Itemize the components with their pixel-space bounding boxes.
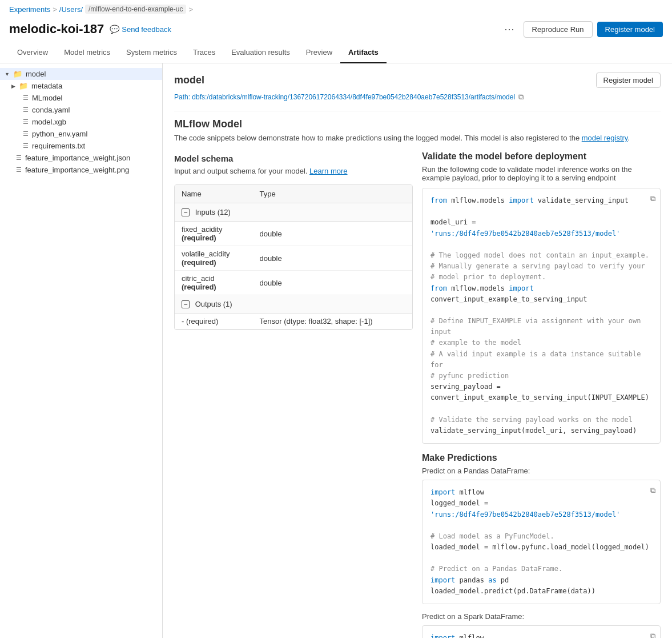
sidebar: ▼ 📁 model ▶ 📁 metadata ☰ MLmodel ☰ conda… [0, 63, 163, 638]
breadcrumb-experiments[interactable]: Experiments [9, 5, 50, 14]
collapse-inputs-icon[interactable]: − [182, 208, 190, 216]
schema-table: Name Type − Inputs (12) [175, 185, 412, 329]
more-options-button[interactable]: ⋯ [500, 21, 519, 38]
chevron-right-icon: ▶ [11, 83, 15, 89]
learn-more-link[interactable]: Learn more [309, 167, 347, 175]
sidebar-item-metadata[interactable]: ▶ 📁 metadata [0, 80, 162, 92]
predict-pandas-desc: Predict on a Pandas DataFrame: [422, 467, 661, 475]
main-layout: ▼ 📁 model ▶ 📁 metadata ☰ MLmodel ☰ conda… [0, 63, 672, 638]
table-row: citric_acid(required) double [175, 271, 412, 295]
sidebar-item-feature-json[interactable]: ☰ feature_importance_weight.json [0, 152, 162, 164]
tab-artifacts[interactable]: Artifacts [340, 42, 387, 63]
breadcrumb-sep1: > [53, 5, 57, 14]
file-icon: ☰ [23, 94, 29, 102]
table-row: volatile_acidity(required) double [175, 246, 412, 271]
sidebar-item-label-metadata: metadata [31, 82, 62, 90]
sidebar-item-label-feature-png: feature_importance_weight.png [25, 166, 129, 174]
sidebar-item-feature-png[interactable]: ☰ feature_importance_weight.png [0, 164, 162, 176]
mlflow-model-title: MLflow Model [174, 118, 661, 130]
schema-table-box: Name Type − Inputs (12) [174, 184, 413, 330]
model-schema-desc: Input and output schema for your model. … [174, 167, 413, 175]
outputs-section-label: − Outputs (1) [175, 295, 412, 314]
tab-preview[interactable]: Preview [298, 42, 340, 63]
table-row: fixed_acidity(required) double [175, 222, 412, 246]
field-name-citric-acid: citric_acid(required) [175, 271, 253, 295]
predict-spark-code-block: ⧉ import mlflow from pyspark.sql.functio… [422, 625, 661, 638]
copy-path-icon[interactable]: ⧉ [518, 93, 524, 102]
output-field-name: - (required) [175, 314, 253, 329]
inputs-section-row: − Inputs (12) [175, 203, 412, 222]
sidebar-item-model-xgb[interactable]: ☰ model.xgb [0, 116, 162, 128]
breadcrumb: Experiments > /Users/ /mlflow-end-to-end… [0, 0, 672, 18]
file-icon: ☰ [23, 118, 29, 126]
sidebar-item-label-conda: conda.yaml [32, 106, 70, 114]
model-section-header: model Register model [174, 73, 661, 88]
sidebar-item-mlmodel[interactable]: ☰ MLmodel [0, 92, 162, 104]
tab-model-metrics[interactable]: Model metrics [56, 42, 118, 63]
sidebar-item-label-mlmodel: MLmodel [32, 94, 62, 102]
tab-evaluation-results[interactable]: Evaluation results [223, 42, 298, 63]
page-title: melodic-koi-187 [9, 22, 104, 37]
content-area: model Register model Path: dbfs:/databri… [163, 63, 672, 638]
field-type-citric-acid: double [253, 271, 412, 295]
tab-traces[interactable]: Traces [185, 42, 223, 63]
copy-predict-spark-icon[interactable]: ⧉ [650, 630, 655, 638]
copy-predict-pandas-icon[interactable]: ⧉ [650, 485, 655, 497]
sidebar-item-requirements[interactable]: ☰ requirements.txt [0, 140, 162, 152]
predict-pandas-code-block: ⧉ import mlflow logged_model = 'runs:/8d… [422, 480, 661, 604]
make-predictions-title: Make Predictions [422, 453, 661, 463]
schema-col-name: Name [175, 185, 253, 203]
file-icon: ☰ [23, 106, 29, 114]
inputs-section-label: − Inputs (12) [175, 203, 412, 222]
sidebar-item-label-feature-json: feature_importance_weight.json [25, 154, 130, 162]
field-required-label: (required) [182, 283, 216, 291]
validate-title: Validate the model before deployment [422, 151, 661, 162]
field-name-fixed-acidity: fixed_acidity(required) [175, 222, 253, 246]
field-type-volatile-acidity: double [253, 246, 412, 271]
make-predictions-section: Make Predictions Predict on a Pandas Dat… [422, 453, 661, 638]
sidebar-item-label-model: model [26, 70, 46, 78]
file-icon: ☰ [16, 154, 22, 162]
copy-validate-code-icon[interactable]: ⧉ [650, 193, 655, 205]
collapse-outputs-icon[interactable]: − [182, 300, 190, 308]
path-text: Path: dbfs:/databricks/mlflow-tracking/1… [174, 93, 515, 101]
register-model-header-button[interactable]: Register model [597, 22, 663, 37]
model-schema-desc-text: Input and output schema for your model. [174, 167, 307, 175]
reproduce-run-button[interactable]: Reproduce Run [524, 21, 593, 38]
field-type-fixed-acidity: double [253, 222, 412, 246]
breadcrumb-users[interactable]: /Users/ [59, 5, 83, 14]
folder-icon: 📁 [19, 82, 28, 90]
register-model-content-button[interactable]: Register model [596, 73, 661, 88]
model-section-title: model [174, 74, 204, 86]
tab-system-metrics[interactable]: System metrics [118, 42, 185, 63]
breadcrumb-sep2: > [188, 5, 193, 14]
send-feedback-link[interactable]: 💬 Send feedback [110, 25, 171, 34]
model-registry-link[interactable]: model registry [582, 134, 628, 142]
validate-code-block: ⧉ from mlflow.models import validate_ser… [422, 188, 661, 444]
tab-overview[interactable]: Overview [9, 42, 56, 63]
two-column-layout: Model schema Input and output schema for… [174, 151, 661, 638]
field-required-label: (required) [182, 234, 216, 242]
output-field-type: Tensor (dtype: float32, shape: [-1]) [253, 314, 412, 329]
outputs-section-row: − Outputs (1) [175, 295, 412, 314]
sidebar-item-conda[interactable]: ☰ conda.yaml [0, 104, 162, 116]
table-row: - (required) Tensor (dtype: float32, sha… [175, 314, 412, 329]
sidebar-item-label-model-xgb: model.xgb [32, 118, 66, 126]
model-schema-column: Model schema Input and output schema for… [174, 151, 413, 638]
sidebar-item-label-python-env: python_env.yaml [32, 130, 87, 138]
artifact-path: Path: dbfs:/databricks/mlflow-tracking/1… [174, 93, 661, 102]
predict-spark-desc: Predict on a Spark DataFrame: [422, 612, 661, 621]
file-icon: ☰ [16, 166, 22, 174]
mlflow-model-desc-text: The code snippets below demonstrate how … [174, 134, 580, 142]
schema-col-type: Type [253, 185, 412, 203]
field-name-volatile-acidity: volatile_acidity(required) [175, 246, 253, 271]
sidebar-item-label-requirements: requirements.txt [32, 142, 85, 150]
page-header: melodic-koi-187 💬 Send feedback ⋯ Reprod… [0, 18, 672, 42]
validate-desc: Run the following code to validate model… [422, 165, 661, 182]
sidebar-item-python-env[interactable]: ☰ python_env.yaml [0, 128, 162, 140]
file-icon: ☰ [23, 130, 29, 138]
sidebar-item-model[interactable]: ▼ 📁 model [0, 68, 162, 80]
page-header-right: ⋯ Reproduce Run Register model [500, 21, 663, 38]
tabs-bar: Overview Model metrics System metrics Tr… [0, 42, 672, 63]
folder-icon: 📁 [13, 70, 22, 78]
